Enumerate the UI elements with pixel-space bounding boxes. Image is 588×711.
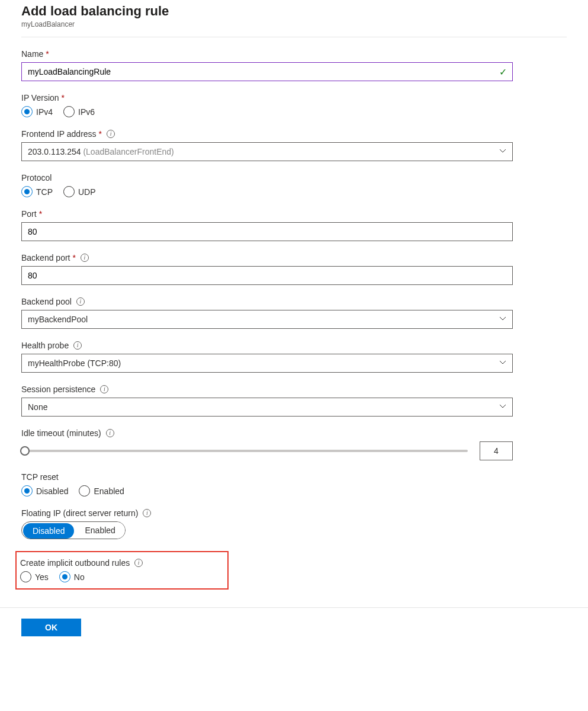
radio-circle-icon (63, 106, 75, 117)
required-indicator: * (62, 93, 65, 103)
frontend-ip-dropdown[interactable]: 203.0.113.254 (LoadBalancerFrontEnd) (21, 142, 513, 161)
radio-implicit-no[interactable]: No (59, 571, 85, 582)
health-probe-value: myHealthProbe (TCP:80) (28, 358, 121, 368)
frontend-ip-value: 203.0.113.254 (28, 147, 81, 156)
field-backend-port: Backend port * i (21, 253, 513, 285)
radio-circle-icon (21, 485, 33, 497)
radio-ipv4-label: IPv4 (36, 107, 53, 117)
idle-timeout-value[interactable]: 4 (480, 441, 513, 460)
chevron-down-icon (499, 315, 506, 324)
protocol-label: Protocol (21, 173, 52, 182)
info-icon[interactable]: i (100, 385, 108, 393)
field-idle-timeout: Idle timeout (minutes) i 4 (21, 428, 513, 460)
floating-ip-disabled[interactable]: Disabled (23, 523, 74, 539)
chevron-down-icon (499, 358, 506, 368)
floating-ip-toggle: Disabled Enabled (21, 521, 126, 539)
info-icon[interactable]: i (106, 429, 114, 437)
radio-ipv6[interactable]: IPv6 (63, 106, 95, 117)
field-session-persistence: Session persistence i None (21, 385, 513, 417)
implicit-outbound-label: Create implicit outbound rules (20, 558, 130, 568)
field-name: Name * ✓ (21, 49, 513, 81)
session-persistence-value: None (28, 402, 47, 412)
health-probe-label: Health probe (21, 341, 69, 350)
radio-udp-label: UDP (78, 187, 96, 197)
info-icon[interactable]: i (73, 341, 82, 350)
radio-tcp-reset-disabled[interactable]: Disabled (21, 485, 68, 497)
session-persistence-dropdown[interactable]: None (21, 398, 513, 417)
radio-disabled-label: Disabled (36, 486, 68, 496)
radio-yes-label: Yes (35, 572, 49, 582)
field-port: Port * (21, 209, 513, 241)
chevron-down-icon (499, 147, 506, 156)
check-icon: ✓ (499, 66, 507, 78)
info-icon[interactable]: i (76, 297, 85, 306)
field-health-probe: Health probe i myHealthProbe (TCP:80) (21, 341, 513, 373)
info-icon[interactable]: i (107, 130, 115, 138)
radio-no-label: No (74, 572, 85, 582)
info-icon[interactable]: i (143, 509, 151, 517)
backend-pool-dropdown[interactable]: myBackendPool (21, 310, 513, 329)
tcp-reset-label: TCP reset (21, 472, 59, 482)
radio-ipv6-label: IPv6 (78, 107, 95, 117)
info-icon[interactable]: i (81, 254, 89, 262)
radio-circle-icon (63, 186, 75, 197)
health-probe-dropdown[interactable]: myHealthProbe (TCP:80) (21, 354, 513, 373)
chevron-down-icon (499, 402, 506, 412)
port-input[interactable] (21, 222, 513, 241)
backend-port-label: Backend port (21, 253, 70, 262)
radio-tcp[interactable]: TCP (21, 186, 53, 197)
radio-tcp-label: TCP (36, 187, 53, 197)
floating-ip-label: Floating IP (direct server return) (21, 508, 138, 518)
radio-circle-icon (21, 186, 33, 197)
idle-timeout-label: Idle timeout (minutes) (21, 428, 101, 438)
info-icon[interactable]: i (134, 559, 143, 567)
frontend-ip-hint: (LoadBalancerFrontEnd) (83, 147, 173, 156)
implicit-outbound-highlight: Create implicit outbound rules i Yes No (15, 551, 229, 590)
radio-implicit-yes[interactable]: Yes (20, 571, 49, 582)
floating-ip-enabled[interactable]: Enabled (75, 522, 124, 539)
backend-port-input[interactable] (21, 266, 513, 285)
field-protocol: Protocol TCP UDP (21, 173, 513, 197)
radio-circle-icon (21, 106, 33, 117)
page-title: Add load balancing rule (21, 4, 567, 19)
required-indicator: * (73, 253, 76, 262)
required-indicator: * (99, 129, 102, 139)
required-indicator: * (39, 209, 42, 219)
radio-udp[interactable]: UDP (63, 186, 96, 197)
page-subtitle: myLoadBalancer (21, 20, 567, 28)
radio-tcp-reset-enabled[interactable]: Enabled (79, 485, 124, 497)
radio-ipv4[interactable]: IPv4 (21, 106, 53, 117)
name-input[interactable] (21, 62, 513, 81)
backend-pool-label: Backend pool (21, 297, 72, 306)
field-tcp-reset: TCP reset Disabled Enabled (21, 472, 513, 497)
required-indicator: * (46, 49, 49, 59)
radio-circle-icon (20, 571, 31, 582)
field-frontend-ip: Frontend IP address * i 203.0.113.254 (L… (21, 129, 513, 161)
name-label: Name (21, 49, 43, 59)
field-ip-version: IP Version * IPv4 IPv6 (21, 93, 513, 117)
idle-timeout-slider[interactable] (21, 450, 468, 452)
port-label: Port (21, 209, 37, 219)
ok-button[interactable]: OK (21, 619, 81, 636)
radio-enabled-label: Enabled (94, 486, 124, 496)
ip-version-label: IP Version (21, 93, 59, 103)
frontend-ip-label: Frontend IP address (21, 129, 97, 139)
backend-pool-value: myBackendPool (28, 315, 88, 324)
field-backend-pool: Backend pool i myBackendPool (21, 297, 513, 329)
field-floating-ip: Floating IP (direct server return) i Dis… (21, 508, 513, 539)
radio-circle-icon (79, 485, 90, 497)
session-persistence-label: Session persistence (21, 385, 95, 394)
slider-thumb[interactable] (20, 446, 30, 456)
radio-circle-icon (59, 571, 70, 582)
